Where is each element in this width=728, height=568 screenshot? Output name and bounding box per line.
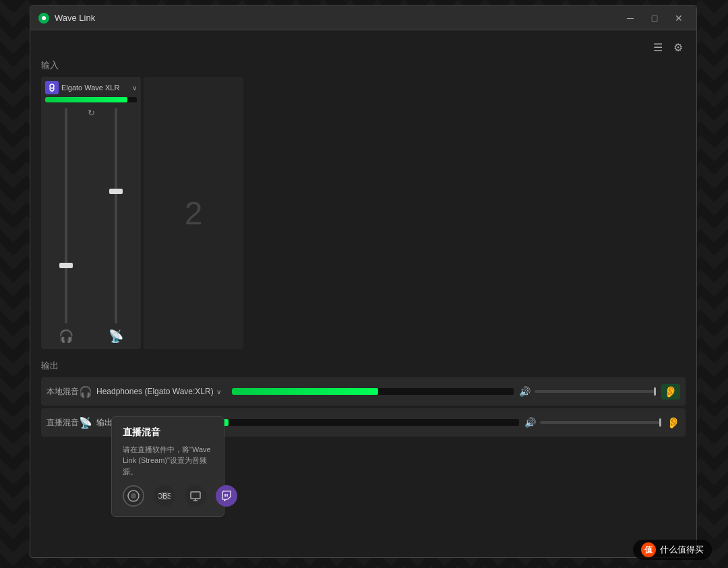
- maximize-button[interactable]: □: [645, 10, 664, 26]
- fader-vertical-1[interactable]: [65, 108, 67, 323]
- obs-icon-btn[interactable]: [123, 485, 144, 507]
- svg-point-4: [131, 493, 136, 499]
- link-icon: ↻: [88, 108, 95, 118]
- monitor-icon-local[interactable]: 👂: [661, 384, 680, 400]
- channel-dropdown-1[interactable]: ∨: [132, 84, 137, 92]
- output-label-local: 本地混音: [47, 386, 79, 398]
- settings-button[interactable]: ⚙: [671, 38, 686, 57]
- channel-name-1: Elgato Wave XLR: [61, 84, 132, 92]
- output-label: 输出: [41, 360, 686, 372]
- volume-icon-stream: 🔊: [524, 417, 536, 428]
- channel-icon-1: [45, 81, 59, 94]
- fader-thumb-2[interactable]: [109, 189, 123, 194]
- output-dropdown-local[interactable]: ∨: [216, 388, 221, 396]
- volume-thumb-local[interactable]: [654, 387, 656, 396]
- filter-button[interactable]: ☰: [650, 38, 665, 57]
- channel-placeholder-2: 2: [144, 77, 243, 349]
- tooltip-description: 请在直播软件中，将"Wave Link (Stream)"设置为音频源。: [123, 444, 213, 478]
- twitch-icon: [216, 485, 237, 507]
- level-meter-1: [45, 97, 137, 102]
- output-label-stream: 直播混音: [47, 417, 79, 429]
- svg-point-0: [42, 16, 46, 20]
- stream-tooltip: 直播混音 请在直播软件中，将"Wave Link (Stream)"设置为音频源…: [111, 416, 224, 517]
- monitor-icon-btn[interactable]: [185, 485, 206, 507]
- volume-icon-local: 🔊: [519, 386, 530, 397]
- headphone-output-icon: 🎧: [79, 385, 92, 398]
- volume-slider-local[interactable]: [535, 390, 656, 393]
- placeholder-number: 2: [185, 195, 203, 232]
- volume-slider-stream[interactable]: [540, 421, 661, 424]
- title-bar: Wave Link ─ □ ✕: [30, 6, 696, 30]
- output-meter-fill-local: [232, 388, 379, 395]
- volume-thumb-stream[interactable]: [659, 418, 661, 427]
- app-icon: [38, 13, 49, 24]
- svg-rect-7: [191, 492, 200, 499]
- fader-vertical-2[interactable]: [115, 108, 117, 323]
- streamlabs-icon-btn[interactable]: OBS: [154, 485, 175, 507]
- watermark: 值 什么值得买: [633, 540, 712, 560]
- tooltip-title: 直播混音: [123, 427, 213, 439]
- watermark-logo: 值: [641, 542, 656, 557]
- monitor-app-icon: [185, 485, 206, 507]
- streamlabs-icon: OBS: [154, 485, 175, 507]
- channel-strip-1: Elgato Wave XLR ∨ ↻ 🎧: [41, 77, 141, 349]
- twitch-icon-btn[interactable]: [216, 485, 237, 507]
- minimize-button[interactable]: ─: [621, 10, 640, 26]
- faders-area-1: ↻ 🎧 📡: [45, 108, 137, 344]
- fader-track-2: 📡: [95, 108, 137, 344]
- app-title: Wave Link: [55, 13, 621, 23]
- app-window: Wave Link ─ □ ✕ ☰ ⚙ 输入: [30, 5, 697, 558]
- output-device-local: Headphones (Elgato Wave:XLR): [96, 387, 214, 396]
- output-row-local: 本地混音 🎧 Headphones (Elgato Wave:XLR) ∨ 🔊 …: [41, 377, 686, 406]
- svg-point-1: [50, 84, 54, 88]
- broadcast-icon: 📡: [109, 329, 123, 344]
- tooltip-icons: OBS: [123, 485, 213, 507]
- monitor-icon-stream[interactable]: 👂: [667, 416, 680, 429]
- broadcast-output-icon: 📡: [79, 416, 92, 429]
- level-meter-fill-1: [45, 97, 127, 102]
- input-label: 输入: [41, 59, 686, 71]
- toolbar: ☰ ⚙: [41, 38, 686, 57]
- svg-text:OBS: OBS: [158, 493, 171, 500]
- fader-track-1: 🎧: [45, 108, 87, 344]
- headphone-icon: 🎧: [59, 329, 73, 344]
- watermark-text: 什么值得买: [660, 544, 704, 556]
- input-channels: Elgato Wave XLR ∨ ↻ 🎧: [41, 77, 686, 349]
- output-meter-local: [232, 388, 514, 395]
- fader-thumb-1[interactable]: [59, 263, 73, 268]
- close-button[interactable]: ✕: [669, 10, 688, 26]
- obs-icon: [123, 485, 144, 507]
- channel-header-1: Elgato Wave XLR ∨: [45, 81, 137, 94]
- main-content: ☰ ⚙ 输入 Elgato Wave XLR ∨: [30, 30, 696, 557]
- window-controls: ─ □ ✕: [621, 10, 688, 26]
